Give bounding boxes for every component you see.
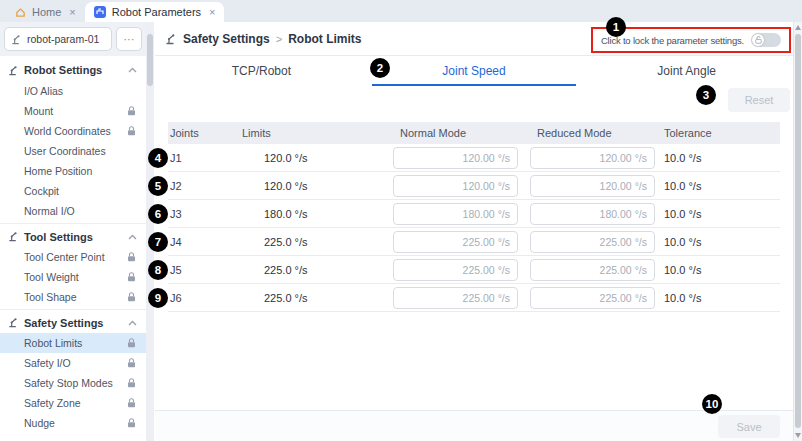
reduced-mode-input[interactable]: 225.00 °/s	[530, 287, 655, 309]
table-header-row: Joints Limits Normal Mode Reduced Mode T…	[168, 122, 780, 144]
chevron-up-icon[interactable]	[128, 234, 137, 240]
section-label: Robot Settings	[24, 64, 102, 76]
reduced-mode-input[interactable]: 180.00 °/s	[530, 203, 655, 225]
limit-value: 120.0 °/s	[240, 180, 393, 192]
annotation-badge-3: 3	[696, 85, 716, 105]
tolerance-value: 10.0 °/s	[655, 208, 780, 220]
page-scrollbar-thumb[interactable]	[795, 34, 801, 428]
sidebar-item-tool-center-point[interactable]: Tool Center Point	[0, 247, 146, 267]
tab-home[interactable]: Home ×	[6, 2, 85, 22]
sidebar-item-io-alias[interactable]: I/O Alias	[0, 81, 146, 101]
tolerance-value: 10.0 °/s	[655, 180, 780, 192]
home-icon	[15, 7, 26, 18]
lock-icon	[127, 126, 136, 136]
sidebar-item-safety-io[interactable]: Safety I/O	[0, 353, 146, 373]
sidebar-item-user-coordinates[interactable]: User Coordinates	[0, 141, 146, 161]
content-panel: Safety Settings > Robot Limits Click to …	[155, 22, 793, 441]
sidebar-nav: Robot Settings I/O Alias Mount World Coo…	[0, 56, 146, 433]
sidebar-item-tool-weight[interactable]: Tool Weight	[0, 267, 146, 287]
sidebar-section-robot-settings[interactable]: Robot Settings	[0, 59, 146, 81]
limit-value: 225.0 °/s	[240, 236, 393, 248]
annotation-badge-10: 10	[702, 394, 722, 414]
scroll-down-arrow-icon[interactable]	[795, 433, 801, 438]
close-icon[interactable]: ×	[69, 6, 75, 18]
annotation-badge-1: 1	[606, 17, 626, 37]
tab-home-label: Home	[32, 6, 61, 18]
tab-tcp-robot[interactable]: TCP/Robot	[155, 56, 368, 86]
sidebar-scrollbar[interactable]	[146, 22, 154, 441]
joint-label: J2	[168, 180, 240, 192]
table-row-j3: J3 180.0 °/s 180.00 °/s 180.00 °/s 10.0 …	[168, 200, 780, 228]
tab-joint-speed[interactable]: Joint Speed	[368, 56, 581, 86]
tolerance-value: 10.0 °/s	[655, 264, 780, 276]
col-header-reduced-mode: Reduced Mode	[530, 127, 655, 139]
normal-mode-input[interactable]: 225.00 °/s	[393, 231, 518, 253]
table-row-j6: J6 225.0 °/s 225.00 °/s 225.00 °/s 10.0 …	[168, 284, 780, 312]
robot-arm-icon	[165, 33, 177, 45]
sidebar-section-safety-settings[interactable]: Safety Settings	[0, 309, 146, 333]
reduced-mode-input[interactable]: 225.00 °/s	[530, 231, 655, 253]
chevron-up-icon[interactable]	[128, 67, 137, 73]
lock-icon	[127, 398, 136, 408]
robot-arm-icon	[8, 317, 19, 328]
sidebar-item-world-coordinates[interactable]: World Coordinates	[0, 121, 146, 141]
lock-icon	[127, 252, 136, 262]
sidebar-item-robot-limits[interactable]: Robot Limits	[0, 333, 146, 353]
sidebar-item-safety-zone[interactable]: Safety Zone	[0, 393, 146, 413]
normal-mode-input[interactable]: 120.00 °/s	[393, 147, 518, 169]
sidebar-item-tool-shape[interactable]: Tool Shape	[0, 287, 146, 307]
page-scrollbar[interactable]	[793, 22, 802, 441]
reduced-mode-input[interactable]: 120.00 °/s	[530, 147, 655, 169]
annotation-badge-5: 5	[148, 176, 168, 196]
chevron-up-icon[interactable]	[128, 320, 137, 326]
tab-joint-angle[interactable]: Joint Angle	[580, 56, 793, 86]
col-header-tolerance: Tolerance	[655, 127, 780, 139]
col-header-limits: Limits	[240, 127, 393, 139]
annotation-badge-9: 9	[148, 288, 168, 308]
annotation-badge-6: 6	[148, 204, 168, 224]
parameter-tabs: TCP/Robot Joint Speed Joint Angle	[155, 56, 793, 86]
joint-speed-table: Joints Limits Normal Mode Reduced Mode T…	[168, 122, 780, 312]
section-label: Safety Settings	[24, 317, 103, 329]
sidebar-item-mount[interactable]: Mount	[0, 101, 146, 121]
save-button[interactable]: Save	[718, 415, 780, 438]
param-name-input[interactable]: robot-param-01	[4, 27, 112, 51]
tab-robot-parameters[interactable]: Robot Parameters ×	[85, 2, 225, 22]
sidebar-item-cockpit[interactable]: Cockpit	[0, 181, 146, 201]
reduced-mode-input[interactable]: 120.00 °/s	[530, 175, 655, 197]
tolerance-value: 10.0 °/s	[655, 236, 780, 248]
sidebar-scrollbar-thumb[interactable]	[147, 34, 153, 86]
lock-icon	[127, 292, 136, 302]
sidebar-item-nudge[interactable]: Nudge	[0, 413, 146, 433]
more-options-button[interactable]: ⋯	[116, 27, 142, 51]
sidebar-section-tool-settings[interactable]: Tool Settings	[0, 223, 146, 247]
normal-mode-input[interactable]: 225.00 °/s	[393, 287, 518, 309]
table-row-j2: J2 120.0 °/s 120.00 °/s 120.00 °/s 10.0 …	[168, 172, 780, 200]
lock-toggle[interactable]	[751, 33, 781, 47]
scroll-up-arrow-icon[interactable]	[795, 25, 801, 30]
breadcrumb-parent[interactable]: Safety Settings	[183, 32, 270, 46]
app-tab-bar: Home × Robot Parameters ×	[0, 0, 802, 22]
sidebar-item-home-position[interactable]: Home Position	[0, 161, 146, 181]
joint-label: J1	[168, 152, 240, 164]
limit-value: 225.0 °/s	[240, 264, 393, 276]
robot-arm-icon	[8, 231, 19, 242]
limit-value: 180.0 °/s	[240, 208, 393, 220]
normal-mode-input[interactable]: 120.00 °/s	[393, 175, 518, 197]
sidebar-item-normal-io[interactable]: Normal I/O	[0, 201, 146, 221]
annotation-badge-8: 8	[148, 260, 168, 280]
normal-mode-input[interactable]: 180.00 °/s	[393, 203, 518, 225]
reset-button[interactable]: Reset	[728, 88, 790, 112]
sidebar: robot-param-01 ⋯ Robot Settings I/O Alia…	[0, 22, 146, 441]
normal-mode-input[interactable]: 225.00 °/s	[393, 259, 518, 281]
section-label: Tool Settings	[24, 231, 93, 243]
lock-icon	[127, 418, 136, 428]
sidebar-item-safety-stop-modes[interactable]: Safety Stop Modes	[0, 373, 146, 393]
annotation-badge-4: 4	[148, 148, 168, 168]
lock-banner-text: Click to lock the parameter settings.	[601, 35, 744, 46]
breadcrumb-separator: >	[276, 33, 282, 45]
close-icon[interactable]: ×	[209, 6, 215, 18]
reduced-mode-input[interactable]: 225.00 °/s	[530, 259, 655, 281]
table-row-j5: J5 225.0 °/s 225.00 °/s 225.00 °/s 10.0 …	[168, 256, 780, 284]
unlock-icon	[755, 36, 762, 44]
